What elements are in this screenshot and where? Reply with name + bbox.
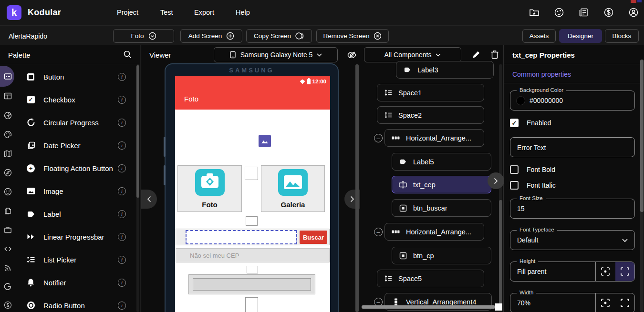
category-drawing-animation[interactable]: [0, 127, 16, 141]
device-selector[interactable]: Samsung Galaxy Note 5: [214, 47, 338, 62]
color-swatch[interactable]: [516, 96, 525, 105]
galeria-card[interactable]: Galeria: [261, 165, 325, 212]
error-text-field[interactable]: Error Text: [510, 137, 635, 157]
category-media[interactable]: [0, 108, 16, 122]
tree-item-space2[interactable]: Space2: [377, 106, 484, 124]
common-properties-link[interactable]: Common properties: [512, 70, 571, 78]
palette-item-button[interactable]: Button i: [19, 69, 133, 85]
cep-textbox-selected[interactable]: [186, 230, 297, 244]
info-icon[interactable]: i: [118, 187, 126, 195]
tree-item-txt-cep-selected[interactable]: txt_cep: [392, 176, 491, 193]
delete-trash-icon[interactable]: [490, 50, 500, 59]
tree-item-btn-cp[interactable]: btn_cp: [392, 247, 491, 264]
buscar-button[interactable]: Buscar: [300, 231, 327, 244]
tree-scrollbar-thumb[interactable]: [499, 200, 502, 305]
info-icon[interactable]: i: [118, 233, 126, 241]
tab-blocks[interactable]: Blocks: [605, 29, 639, 43]
add-screen-button[interactable]: Add Screen: [180, 29, 242, 43]
spacer-component[interactable]: [246, 216, 258, 226]
info-icon[interactable]: i: [118, 141, 126, 150]
category-maps[interactable]: [0, 146, 16, 161]
news-icon[interactable]: [579, 7, 589, 18]
menu-export[interactable]: Export: [194, 9, 214, 16]
info-icon[interactable]: i: [118, 164, 126, 172]
projects-folder-icon[interactable]: [529, 7, 540, 18]
tree-horizontal-scrollbar[interactable]: [362, 305, 495, 309]
menu-help[interactable]: Help: [236, 9, 250, 16]
tab-designer[interactable]: Designer: [559, 29, 602, 43]
category-connectivity[interactable]: [0, 261, 16, 275]
info-icon[interactable]: i: [118, 96, 126, 104]
category-user-interface[interactable]: [0, 69, 16, 83]
expand-tree-button[interactable]: [488, 172, 504, 189]
font-typeface-field[interactable]: Font Typeface Default: [510, 230, 635, 250]
components-filter[interactable]: All Components: [364, 47, 461, 62]
tree-item-horizontal-arrangement3[interactable]: Horizontal_Arrange...: [384, 129, 484, 147]
info-icon[interactable]: i: [118, 73, 126, 81]
spacer-component[interactable]: [247, 266, 258, 273]
copy-screen-button[interactable]: Copy Screen: [246, 29, 312, 43]
category-dynamic-components[interactable]: [0, 242, 16, 256]
tree-item-space1[interactable]: Space1: [377, 84, 484, 101]
menu-project[interactable]: Project: [117, 9, 138, 16]
palette-item-notifier[interactable]: Notifier i: [19, 274, 133, 291]
tree-item-btn-buscar[interactable]: btn_buscar: [392, 199, 491, 217]
screen-selector-button[interactable]: Foto: [113, 29, 174, 43]
spacer-component[interactable]: [245, 297, 258, 312]
info-icon[interactable]: i: [118, 302, 126, 310]
height-field[interactable]: Height Fill parent: [510, 262, 635, 282]
cep-hint-textbox[interactable]: Não sei meu CEP: [176, 248, 330, 262]
foto-card[interactable]: Foto: [177, 165, 242, 212]
width-fill-button[interactable]: [615, 293, 634, 312]
category-sensors[interactable]: [0, 165, 16, 180]
width-auto-button[interactable]: [596, 293, 615, 312]
properties-scrollbar-thumb[interactable]: [640, 60, 644, 212]
category-social[interactable]: [0, 184, 16, 199]
info-icon[interactable]: i: [118, 279, 126, 287]
background-color-field[interactable]: Background Color #00000000: [510, 91, 635, 111]
info-icon[interactable]: i: [118, 119, 126, 127]
tree-item-label5[interactable]: Label5: [392, 153, 491, 171]
info-icon[interactable]: i: [118, 210, 126, 218]
palette-item-date-picker[interactable]: Date Picker i: [19, 137, 133, 153]
remove-screen-button[interactable]: Remove Screen: [316, 29, 389, 43]
account-icon[interactable]: [628, 7, 639, 18]
theme-icon[interactable]: [554, 7, 564, 18]
font-bold-checkbox[interactable]: [510, 165, 519, 174]
tree-item-label3[interactable]: Label3: [396, 61, 494, 79]
collapse-node-icon[interactable]: –: [374, 134, 383, 142]
image-placeholder[interactable]: [259, 135, 271, 147]
palette-item-label[interactable]: Label i: [19, 206, 133, 222]
palette-item-checkbox[interactable]: ✓ Checkbox i: [19, 91, 133, 108]
category-storage[interactable]: [0, 203, 16, 218]
collapse-palette-button[interactable]: [141, 190, 157, 209]
font-size-field[interactable]: Font Size 15: [510, 199, 635, 219]
palette-item-circular-progress[interactable]: Circular Progress i: [19, 114, 133, 131]
monetization-icon[interactable]: [603, 7, 614, 18]
progressbar-component[interactable]: [188, 274, 315, 294]
edit-pencil-icon[interactable]: [472, 50, 481, 60]
palette-item-linear-progressbar[interactable]: Linear Progressbar i: [19, 229, 133, 245]
palette-item-radio-button[interactable]: Radio Button i: [19, 297, 133, 312]
tab-assets[interactable]: Assets: [522, 29, 556, 43]
category-layout[interactable]: [0, 89, 16, 103]
info-icon[interactable]: i: [118, 256, 126, 264]
category-monetization[interactable]: [0, 298, 16, 312]
height-fill-button[interactable]: [615, 262, 634, 281]
palette-scrollbar-thumb[interactable]: [136, 65, 139, 198]
palette-item-image[interactable]: Image i: [19, 183, 133, 199]
kodular-logo[interactable]: k: [7, 5, 21, 20]
font-italic-checkbox[interactable]: [510, 181, 519, 190]
tree-item-space5[interactable]: Space5: [377, 270, 484, 287]
palette-item-list-picker[interactable]: List Picker i: [19, 252, 133, 268]
viewer-scrollbar[interactable]: [355, 64, 359, 312]
tree-item-horizontal-arrangement4[interactable]: Horizontal_Arrange...: [384, 223, 484, 241]
collapse-node-icon[interactable]: –: [374, 228, 383, 236]
spacer-component[interactable]: [245, 167, 258, 180]
menu-test[interactable]: Test: [160, 9, 173, 16]
category-utilities[interactable]: [0, 222, 16, 237]
category-google[interactable]: [0, 279, 16, 293]
eye-off-icon[interactable]: [347, 50, 356, 60]
palette-item-fab[interactable]: + Floating Action Button i: [19, 160, 133, 176]
app-title-bar[interactable]: 12:00 Foto: [175, 76, 330, 110]
